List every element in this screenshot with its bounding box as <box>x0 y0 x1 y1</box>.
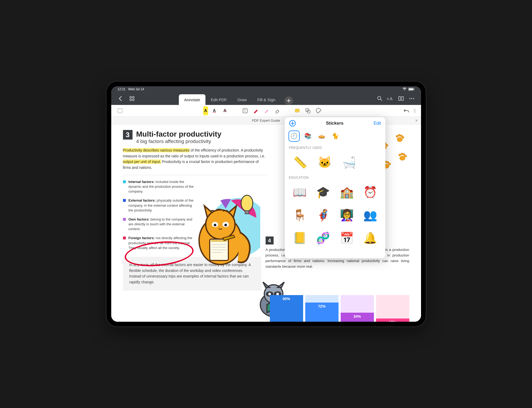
bar-chart: 00%72%34%12% <box>270 295 409 322</box>
frequently-used-grid: 📏🐱🛁 <box>285 150 385 174</box>
svg-point-38 <box>398 134 400 136</box>
education-label: EDUCATION <box>285 174 385 180</box>
status-date: Wed Jul 14 <box>128 87 144 91</box>
undo-button[interactable] <box>402 106 411 115</box>
svg-point-20 <box>241 195 253 211</box>
factor-list: Internal factors: included inside the dy… <box>123 179 197 250</box>
text-size-button[interactable]: AA <box>386 94 395 103</box>
more-button[interactable] <box>407 94 416 103</box>
add-tab-button[interactable] <box>284 96 293 105</box>
ipad-frame: 12:21 Wed Jul 14 Annotate Edi <box>106 81 426 327</box>
sticker-bell[interactable]: 🔔 <box>360 227 381 248</box>
sticker-graduate[interactable]: 🎓 <box>312 182 334 202</box>
tab-fill-sign[interactable]: Fill & Sign <box>252 94 281 105</box>
paw-print-sticker[interactable] <box>394 133 405 143</box>
text-tool[interactable]: T <box>241 106 250 115</box>
bar-slot: 00% <box>270 295 303 322</box>
sticker-friends[interactable]: 👥 <box>360 205 381 225</box>
sticker-open-book[interactable]: 📖 <box>289 182 311 202</box>
close-document-button[interactable]: × <box>415 118 418 123</box>
stickers-tool[interactable] <box>314 106 323 115</box>
status-bar: 12:21 Wed Jul 14 <box>111 86 421 92</box>
edit-stickers-button[interactable]: Edit <box>374 121 381 126</box>
popover-title: Stickers <box>326 121 344 126</box>
bullet-icon <box>123 180 126 183</box>
intro-paragraph: Productivity describes various measures … <box>123 148 267 171</box>
pen-tool[interactable] <box>251 106 260 115</box>
section-subtitle: 4 big factors affecting productivity <box>136 138 221 144</box>
highlight-span: output per unit of input. <box>123 160 161 164</box>
paw-print-sticker[interactable] <box>397 151 408 162</box>
sticker-school[interactable]: 🏫 <box>336 182 358 202</box>
sticker-ruler[interactable]: 📏 <box>289 152 311 173</box>
sticker-clock-7[interactable]: ⏰ <box>360 182 381 202</box>
svg-point-25 <box>214 224 216 226</box>
sticker-category-pie[interactable]: 🥧 <box>316 130 327 142</box>
sticker-cat-lollipop[interactable]: 🐱 <box>314 152 336 173</box>
bar-fill: 34% <box>341 313 374 322</box>
stickers-popover: Stickers Edit 🕘📚🥧🐈 FREQUENTLY USED 📏🐱🛁 E… <box>285 117 385 258</box>
divider <box>123 175 267 175</box>
toolbar-handle[interactable] <box>413 106 417 115</box>
tab-draw[interactable]: Draw <box>232 94 252 105</box>
strikethrough-tool[interactable]: A <box>220 106 229 115</box>
bar-slot: 34% <box>341 295 374 322</box>
svg-point-40 <box>402 136 404 138</box>
shapes-tool[interactable] <box>303 106 312 115</box>
section-4-number: 4 <box>266 236 274 244</box>
sticker-teacher[interactable]: 👩‍🏫 <box>336 205 358 225</box>
education-grid: 📖🎓🏫⏰🪑🦸👩‍🏫👥📒🧬📅🔔 <box>285 180 385 250</box>
svg-point-46 <box>400 156 405 160</box>
sticker-desk[interactable]: 🪑 <box>289 205 311 225</box>
section-number: 3 <box>123 130 133 140</box>
svg-rect-1 <box>409 88 413 90</box>
svg-point-10 <box>409 98 410 99</box>
svg-point-37 <box>396 135 398 137</box>
bar-fill: 12% <box>376 319 409 322</box>
bar-fill: 00% <box>270 295 303 322</box>
svg-point-7 <box>378 96 381 100</box>
battery-icon <box>408 88 415 91</box>
svg-point-49 <box>403 153 405 156</box>
sticker-category-recent[interactable]: 🕘 <box>288 130 300 142</box>
highlight-tool[interactable]: A <box>203 106 208 115</box>
sticker-category-books[interactable]: 📚 <box>302 130 314 142</box>
cat-writing-sticker[interactable] <box>191 193 260 267</box>
bullet-icon <box>123 199 126 202</box>
underline-tool[interactable]: A <box>210 106 219 115</box>
highlight-span: Productivity describes various measures <box>123 148 190 152</box>
sticker-dna[interactable]: 🧬 <box>312 227 334 248</box>
top-toolbar: Annotate Edit PDF Draw Fill & Sign AA <box>111 92 421 105</box>
thumbnails-button[interactable] <box>127 94 137 103</box>
svg-text:T: T <box>244 109 246 112</box>
svg-rect-4 <box>133 96 134 98</box>
factor-item: Foreign factors: not directly affecting … <box>123 236 197 250</box>
sticker-category-cat[interactable]: 🐈 <box>330 130 341 142</box>
bar-fill: 72% <box>305 303 339 322</box>
search-button[interactable] <box>375 94 385 103</box>
svg-point-11 <box>411 98 412 99</box>
svg-rect-5 <box>130 99 131 101</box>
svg-point-47 <box>399 154 401 156</box>
eraser-tool[interactable] <box>273 106 282 115</box>
svg-rect-2 <box>414 89 414 90</box>
svg-point-12 <box>413 98 414 99</box>
tab-edit-pdf[interactable]: Edit PDF <box>205 94 232 105</box>
add-sticker-pack-button[interactable] <box>289 120 296 127</box>
svg-point-48 <box>401 153 403 155</box>
sticker-cat-bath[interactable]: 🛁 <box>338 152 360 173</box>
marker-tool[interactable] <box>262 106 271 115</box>
sticker-notebook[interactable]: 📒 <box>289 227 311 248</box>
back-button[interactable] <box>116 94 125 103</box>
select-tool[interactable] <box>116 106 125 115</box>
section-title: Multi-factor productivity <box>136 130 221 138</box>
status-time: 12:21 <box>118 87 126 91</box>
sticker-calendar-1[interactable]: 📅 <box>336 227 358 248</box>
svg-rect-13 <box>118 109 122 113</box>
note-tool[interactable] <box>293 106 302 115</box>
reader-button[interactable] <box>396 94 406 103</box>
document-title: PDF Expert Guide <box>252 119 280 123</box>
annotation-toolbar: A A A T <box>111 105 421 117</box>
tab-annotate[interactable]: Annotate <box>179 94 205 105</box>
sticker-superhero[interactable]: 🦸 <box>312 205 334 225</box>
